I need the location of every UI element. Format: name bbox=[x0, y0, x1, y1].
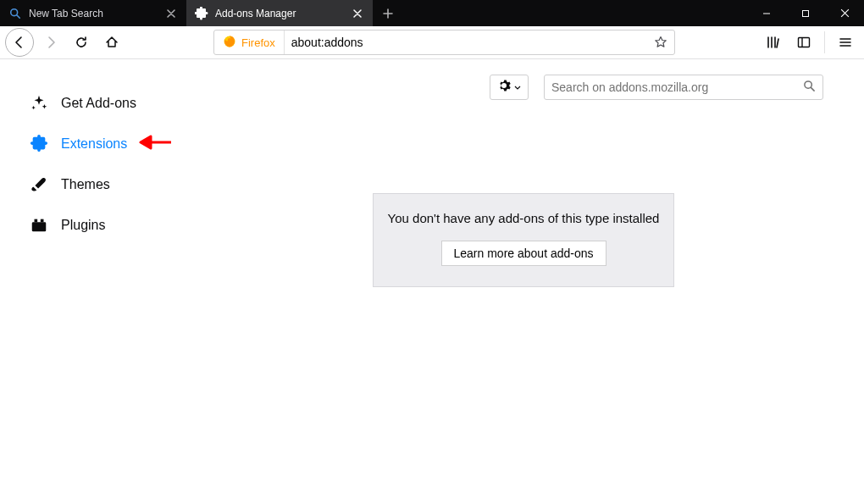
sidebar-item-extensions[interactable]: Extensions bbox=[29, 124, 203, 164]
bookmark-star-button[interactable] bbox=[647, 36, 674, 49]
library-button[interactable] bbox=[760, 29, 787, 56]
puzzle-icon bbox=[195, 7, 208, 20]
svg-rect-7 bbox=[35, 219, 38, 223]
search-icon[interactable] bbox=[803, 80, 816, 96]
empty-state-panel: You don't have any add-ons of this type … bbox=[373, 193, 674, 287]
tab-label: Add-ons Manager bbox=[215, 8, 344, 19]
svg-line-1 bbox=[17, 14, 20, 18]
gear-icon bbox=[497, 79, 511, 96]
toolbar-separator bbox=[824, 31, 825, 53]
addon-search-box[interactable] bbox=[544, 75, 823, 100]
close-icon[interactable] bbox=[351, 7, 364, 20]
sidebar-item-label: Get Add-ons bbox=[61, 96, 136, 111]
forward-button[interactable] bbox=[37, 29, 64, 56]
firefox-icon bbox=[223, 35, 236, 51]
empty-message: You don't have any add-ons of this type … bbox=[387, 211, 660, 225]
puzzle-icon bbox=[29, 134, 49, 154]
pointer-arrow-icon bbox=[139, 134, 171, 154]
url-bar[interactable]: Firefox bbox=[213, 30, 675, 55]
addons-content: Get Add-ons Extensions Themes Plugins bbox=[0, 59, 864, 504]
tab-label: New Tab Search bbox=[29, 8, 158, 19]
toolbar-right bbox=[760, 29, 859, 56]
svg-rect-4 bbox=[799, 38, 810, 47]
home-button[interactable] bbox=[98, 29, 125, 56]
sidebar-button[interactable] bbox=[790, 29, 817, 56]
learn-more-button[interactable]: Learn more about add-ons bbox=[441, 241, 606, 266]
sidebar-item-label: Plugins bbox=[61, 218, 105, 233]
addon-search-input[interactable] bbox=[551, 80, 803, 94]
sidebar-item-get-addons[interactable]: Get Add-ons bbox=[29, 83, 203, 124]
sidebar-item-themes[interactable]: Themes bbox=[29, 164, 203, 205]
reload-button[interactable] bbox=[68, 29, 95, 56]
svg-rect-2 bbox=[803, 10, 809, 16]
search-icon bbox=[8, 7, 22, 20]
main-toolbar bbox=[203, 75, 823, 100]
svg-rect-8 bbox=[41, 219, 44, 223]
plugin-icon bbox=[29, 215, 49, 235]
tools-menu-button[interactable] bbox=[490, 75, 529, 100]
app-menu-button[interactable] bbox=[832, 29, 859, 56]
url-input[interactable] bbox=[285, 36, 647, 49]
dropdown-caret-icon bbox=[514, 80, 521, 95]
close-window-button[interactable] bbox=[825, 0, 864, 26]
tab-addons-manager[interactable]: Add-ons Manager bbox=[186, 0, 373, 26]
tab-new-tab-search[interactable]: New Tab Search bbox=[0, 0, 186, 26]
svg-rect-6 bbox=[32, 222, 47, 231]
learn-more-label: Learn more about add-ons bbox=[454, 246, 594, 260]
svg-line-10 bbox=[811, 87, 814, 91]
category-sidebar: Get Add-ons Extensions Themes Plugins bbox=[0, 59, 203, 504]
sidebar-item-plugins[interactable]: Plugins bbox=[29, 205, 203, 246]
identity-box[interactable]: Firefox bbox=[214, 30, 285, 54]
back-button[interactable] bbox=[5, 28, 34, 57]
identity-label: Firefox bbox=[241, 36, 275, 49]
tab-strip: New Tab Search Add-ons Manager bbox=[0, 0, 864, 26]
window-controls bbox=[747, 0, 864, 26]
sidebar-item-label: Themes bbox=[61, 177, 110, 192]
paintbrush-icon bbox=[29, 174, 49, 195]
new-tab-button[interactable] bbox=[373, 0, 403, 26]
minimize-button[interactable] bbox=[747, 0, 786, 26]
tabstrip-spacer bbox=[403, 0, 747, 26]
navigation-toolbar: Firefox bbox=[0, 26, 864, 59]
sparkle-icon bbox=[29, 93, 49, 114]
main-panel: You don't have any add-ons of this type … bbox=[203, 59, 864, 504]
close-icon[interactable] bbox=[164, 7, 178, 20]
sidebar-item-label: Extensions bbox=[61, 136, 127, 152]
maximize-button[interactable] bbox=[786, 0, 825, 26]
